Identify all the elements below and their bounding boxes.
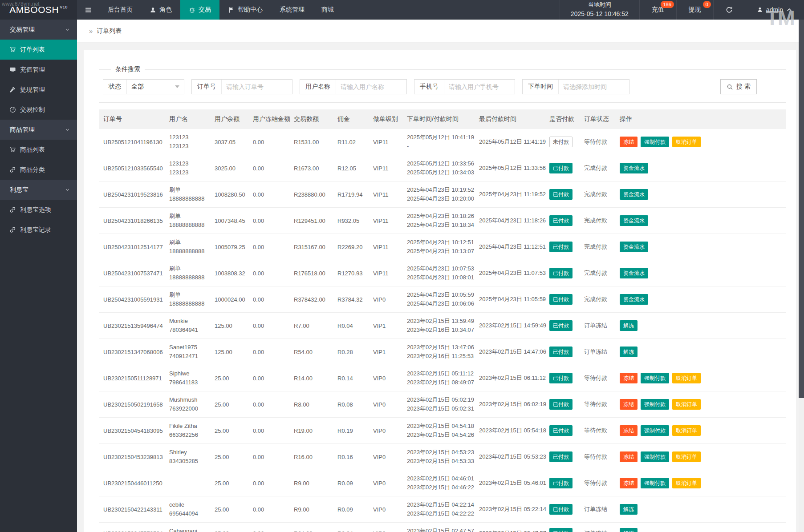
action-force-pay-button[interactable]: 强制付款	[641, 137, 669, 147]
order-time-input[interactable]	[559, 80, 629, 94]
sidebar-group[interactable]: 商品管理	[0, 120, 77, 140]
withdraw-badge: 0	[703, 1, 711, 8]
action-freeze-button[interactable]: 冻结	[620, 478, 638, 488]
cell-frozen-amount: 0.00	[249, 391, 290, 418]
top-nav-item[interactable]: 交易	[180, 0, 219, 20]
action-force-pay-button[interactable]: 强制付款	[641, 399, 669, 410]
cell-order-pay-time: 2023年02月15日 04:54:182023年02月15日 04:54:26	[403, 418, 475, 444]
action-cancel-button[interactable]: 取消订单	[672, 373, 701, 383]
action-cancel-button[interactable]: 取消订单	[672, 425, 701, 436]
filter-group: 手机号	[414, 79, 515, 94]
status-select[interactable]: 全部	[127, 80, 184, 94]
user-name-input[interactable]	[336, 80, 406, 94]
watermark-site-url: www.678ym.net	[2, 1, 40, 7]
action-unfreeze-button[interactable]: 解冻	[620, 528, 638, 532]
sidebar-group[interactable]: 利息宝	[0, 180, 77, 200]
action-funds-button[interactable]: 资金流水	[620, 242, 648, 252]
phone-input[interactable]	[444, 80, 515, 94]
sidebar-item-label: 交易控制	[20, 106, 45, 114]
cell-order-status: 等待付款	[581, 470, 616, 496]
action-force-pay-button[interactable]: 强制付款	[641, 373, 669, 383]
top-nav-item[interactable]: 角色	[141, 0, 180, 20]
pay-status-badge[interactable]: 已付款	[549, 373, 573, 383]
sidebar-item[interactable]: 利息宝记录	[0, 220, 77, 240]
pay-status-badge[interactable]: 已付款	[549, 268, 573, 278]
cell-last-pay-time: 2023年02月15日 14:47:06	[475, 339, 546, 365]
action-force-pay-button[interactable]: 强制付款	[641, 425, 669, 436]
sidebar-item[interactable]: 交易控制	[0, 100, 77, 120]
top-nav-item[interactable]: 帮助中心	[219, 0, 271, 20]
refresh-button[interactable]	[713, 0, 745, 20]
sidebar-item[interactable]: 商品分类	[0, 160, 77, 180]
action-unfreeze-button[interactable]: 解冻	[620, 320, 638, 331]
withdraw-button[interactable]: 提现 0	[676, 0, 713, 20]
menu-toggle-button[interactable]	[77, 0, 99, 20]
recharge-button[interactable]: 充值 186	[639, 0, 676, 20]
cell-commission: R932.05	[334, 208, 370, 234]
cell-order-status: 完成付款	[581, 234, 616, 260]
cell-pay-status: 已付款	[546, 155, 581, 181]
pay-status-badge[interactable]: 未付款	[549, 137, 573, 147]
action-cancel-button[interactable]: 取消订单	[672, 137, 701, 147]
action-freeze-button[interactable]: 冻结	[620, 399, 638, 410]
pay-status-badge[interactable]: 已付款	[549, 163, 573, 173]
action-freeze-button[interactable]: 冻结	[620, 137, 638, 147]
action-freeze-button[interactable]: 冻结	[620, 425, 638, 436]
action-funds-button[interactable]: 资金流水	[620, 215, 648, 226]
action-unfreeze-button[interactable]: 解冻	[620, 347, 638, 357]
top-nav-item[interactable]: 系统管理	[271, 0, 313, 20]
action-cancel-button[interactable]: 取消订单	[672, 478, 701, 488]
action-force-pay-button[interactable]: 强制付款	[641, 478, 669, 488]
pay-status-badge[interactable]: 已付款	[549, 478, 573, 488]
cell-vip-level: VIP0	[370, 391, 403, 418]
filter-label: 下单时间	[523, 80, 559, 94]
top-nav-item[interactable]: 后台首页	[99, 0, 141, 20]
search-button[interactable]: 搜 索	[720, 79, 757, 94]
action-force-pay-button[interactable]: 强制付款	[641, 451, 669, 462]
cell-vip-level: VIP0	[370, 286, 403, 313]
pay-status-badge[interactable]: 已付款	[549, 425, 573, 436]
pay-status-badge[interactable]: 已付款	[549, 504, 573, 515]
pay-status-badge[interactable]: 已付款	[549, 294, 573, 305]
table-row: UB2302150247579594Cabangani25.000.00R24.…	[99, 523, 786, 532]
pay-status-badge[interactable]: 已付款	[549, 215, 573, 226]
cell-last-pay-time: 2025年04月23日 11:07:53	[475, 260, 546, 286]
cell-balance: 1007348.45	[211, 208, 249, 234]
action-cancel-button[interactable]: 取消订单	[672, 451, 701, 462]
action-funds-button[interactable]: 资金流水	[620, 189, 648, 200]
pay-status-badge[interactable]: 已付款	[549, 347, 573, 357]
action-freeze-button[interactable]: 冻结	[620, 451, 638, 462]
cell-order-pay-time: 2025年04月23日 10:12:512025年04月23日 10:13:07	[403, 234, 475, 260]
sidebar-group[interactable]: 交易管理	[0, 20, 77, 40]
cell-last-pay-time: 2025年04月23日 11:05:59	[475, 286, 546, 313]
cell-vip-level: VIP11	[370, 129, 403, 155]
cell-vip-level: VIP0	[370, 470, 403, 496]
action-unfreeze-button[interactable]: 解冻	[620, 504, 638, 515]
pay-status-badge[interactable]: 已付款	[549, 399, 573, 410]
gavel-icon	[9, 86, 16, 93]
pay-status-badge[interactable]: 已付款	[549, 528, 573, 532]
action-funds-button[interactable]: 资金流水	[620, 294, 648, 305]
action-freeze-button[interactable]: 冻结	[620, 373, 638, 383]
sidebar-item[interactable]: 充值管理	[0, 60, 77, 80]
sidebar-item[interactable]: 商品列表	[0, 140, 77, 160]
pay-status-badge[interactable]: 已付款	[549, 242, 573, 252]
action-cancel-button[interactable]: 取消订单	[672, 399, 701, 410]
sidebar-item[interactable]: 提现管理	[0, 80, 77, 100]
cell-last-pay-time: 2025年05月12日 11:33:56	[475, 155, 546, 181]
action-funds-button[interactable]: 资金流水	[620, 163, 648, 173]
cell-balance: 1003808.32	[211, 260, 249, 286]
pay-status-badge[interactable]: 已付款	[549, 189, 573, 200]
action-funds-button[interactable]: 资金流水	[620, 268, 648, 278]
breadcrumb: » 订单列表	[77, 20, 799, 43]
sidebar-item[interactable]: 订单列表	[0, 40, 77, 60]
scales-icon	[189, 7, 195, 13]
top-nav-item[interactable]: 商城	[313, 0, 342, 20]
pay-status-badge[interactable]: 已付款	[549, 320, 573, 331]
order-no-input[interactable]	[222, 80, 292, 94]
pay-status-badge[interactable]: 已付款	[549, 451, 573, 462]
scrollbar-thumb[interactable]	[799, 20, 804, 398]
cell-order-no: UB2302150454183095	[99, 418, 166, 444]
search-fieldset-legend: 条件搜索	[111, 65, 145, 73]
sidebar-item[interactable]: 利息宝选项	[0, 200, 77, 220]
